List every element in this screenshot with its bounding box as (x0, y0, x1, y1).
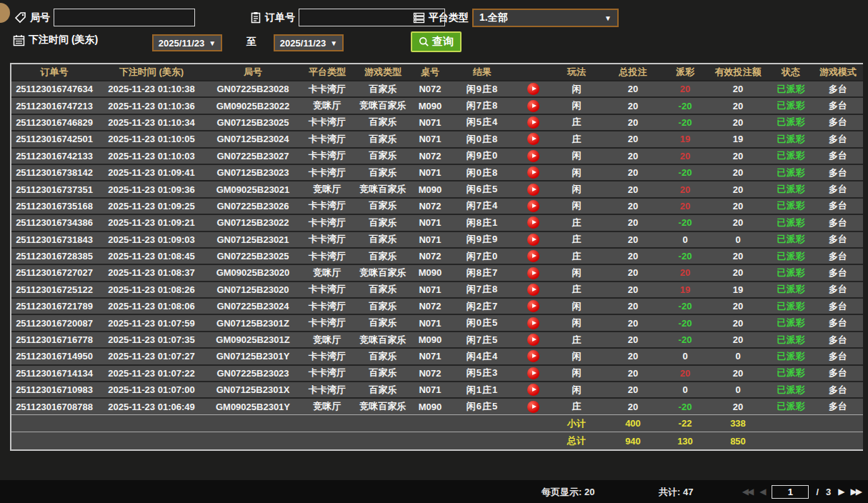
video-play-button[interactable] (527, 100, 539, 112)
cell-video (516, 131, 550, 147)
cell-table-no: N071 (411, 131, 449, 147)
cell-platform: 卡卡湾厅 (300, 198, 354, 214)
platform-list-icon (413, 12, 425, 24)
cell-round-no: GN07125B23022 (206, 214, 300, 231)
video-play-button[interactable] (527, 133, 539, 145)
cell-game-type: 百家乐 (354, 382, 411, 398)
cell-order-no: 251123016737351 (11, 181, 97, 197)
to-label: 至 (246, 36, 256, 49)
cell-order-no: 251123016728385 (11, 248, 97, 264)
cell-total-bet: 20 (603, 198, 663, 214)
cell-valid-bet: 20 (707, 248, 769, 264)
video-play-button[interactable] (527, 234, 539, 246)
cell-game-type: 百家乐 (354, 114, 411, 131)
video-play-button[interactable] (527, 83, 539, 95)
cell-round-no: GN07125B23025 (206, 114, 300, 131)
round-no-input[interactable] (54, 9, 195, 26)
video-play-button[interactable] (527, 350, 539, 362)
video-play-button[interactable] (527, 216, 539, 229)
cell-table-no: N072 (411, 198, 449, 214)
cell-valid-bet: 20 (707, 264, 769, 281)
first-page-icon[interactable]: ◀◀ (742, 487, 752, 497)
table-row: 251123016735168 2025-11-23 01:09:25 GN07… (11, 198, 863, 214)
video-play-button[interactable] (527, 317, 539, 329)
table-row: 251123016714950 2025-11-23 01:07:27 GN07… (11, 348, 863, 364)
cell-bet-time: 2025-11-23 01:09:36 (97, 181, 206, 197)
cell-total-bet: 20 (603, 264, 663, 281)
cell-round-no: GM09025B23021 (206, 181, 300, 197)
video-play-button[interactable] (527, 300, 539, 312)
cell-order-no: 251123016720087 (11, 314, 97, 331)
page-separator: / (816, 487, 819, 497)
next-page-icon[interactable]: ▶ (838, 487, 843, 497)
cell-total-bet: 20 (603, 231, 663, 248)
platform-type-value: 1.全部 (479, 11, 508, 24)
cell-result: 闲0庄8 (449, 131, 516, 147)
video-play-button[interactable] (527, 184, 539, 196)
video-play-button[interactable] (527, 150, 539, 162)
cell-table-no: N072 (411, 248, 449, 264)
cell-round-no: GN07125B23020 (206, 282, 300, 298)
cell-table-no: M090 (411, 181, 449, 197)
cell-total-bet: 20 (603, 398, 663, 414)
cell-valid-bet: 0 (707, 382, 769, 398)
column-header: 游戏模式 (813, 64, 863, 81)
date-from-picker[interactable]: 2025/11/23 ▼ (152, 34, 222, 51)
video-play-button[interactable] (527, 200, 539, 212)
table-row: 251123016734386 2025-11-23 01:09:21 GN07… (11, 214, 863, 231)
table-row: 251123016716778 2025-11-23 01:07:35 GM09… (11, 332, 863, 348)
cell-video (516, 365, 550, 382)
cell-bet-on: 庄 (550, 248, 603, 264)
platform-type-select[interactable]: 1.全部 ▼ (472, 9, 619, 27)
video-play-button[interactable] (527, 267, 539, 279)
video-play-button[interactable] (527, 401, 539, 413)
cell-table-no: N072 (411, 81, 449, 97)
total-spacer (11, 432, 550, 449)
video-play-button[interactable] (527, 250, 539, 262)
cell-platform: 卡卡湾厅 (300, 248, 354, 264)
video-play-button[interactable] (527, 367, 539, 379)
cell-video (516, 264, 550, 281)
cell-result: 闲0庄5 (449, 314, 516, 331)
table-header: 订单号下注时间 (美东)局号平台类型游戏类型桌号结果玩法总投注派彩有效投注额状态… (11, 64, 863, 81)
video-play-button[interactable] (527, 384, 539, 396)
date-to-picker[interactable]: 2025/11/23 ▼ (274, 34, 344, 51)
cell-result: 闲7庄5 (449, 332, 516, 348)
cell-order-no: 251123016708788 (11, 398, 97, 414)
video-play-button[interactable] (527, 166, 539, 179)
cell-bet-on: 庄 (550, 231, 603, 248)
cell-platform: 卡卡湾厅 (300, 164, 354, 181)
cell-table-no: N071 (411, 231, 449, 248)
video-play-button[interactable] (527, 116, 539, 129)
cell-order-no: 251123016714134 (11, 365, 97, 382)
cell-status: 已派彩 (769, 198, 813, 214)
table-row: 251123016738142 2025-11-23 01:09:41 GN07… (11, 164, 863, 181)
subtotal-label: 小计 (550, 415, 603, 432)
cell-status: 已派彩 (769, 231, 813, 248)
cell-video (516, 298, 550, 314)
cell-bet-time: 2025-11-23 01:07:22 (97, 365, 206, 382)
cell-result: 闲7庄8 (449, 97, 516, 114)
column-header: 局号 (206, 64, 300, 81)
table-row: 251123016720087 2025-11-23 01:07:59 GN07… (11, 314, 863, 331)
cell-result: 闲6庄5 (449, 398, 516, 414)
table-row: 251123016727027 2025-11-23 01:08:37 GM09… (11, 264, 863, 281)
video-play-button[interactable] (527, 334, 539, 346)
query-button[interactable]: 查询 (411, 31, 462, 52)
cell-status: 已派彩 (769, 148, 813, 164)
cell-valid-bet: 20 (707, 398, 769, 414)
table-row: 251123016710983 2025-11-23 01:07:00 GN07… (11, 382, 863, 398)
cell-valid-bet: 20 (707, 164, 769, 181)
last-page-icon[interactable]: ▶▶ (851, 487, 861, 497)
total-count-label: 共计: 47 (659, 486, 693, 499)
prev-page-icon[interactable]: ◀ (759, 487, 764, 497)
page-number-input[interactable] (772, 485, 809, 499)
video-play-button[interactable] (527, 284, 539, 296)
cell-bet-time: 2025-11-23 01:10:05 (97, 131, 206, 147)
cell-status: 已派彩 (769, 282, 813, 298)
cell-status: 已派彩 (769, 348, 813, 364)
cell-result: 闲5庄3 (449, 365, 516, 382)
cell-video (516, 148, 550, 164)
cell-table-no: N071 (411, 282, 449, 298)
cell-valid-bet: 0 (707, 231, 769, 248)
